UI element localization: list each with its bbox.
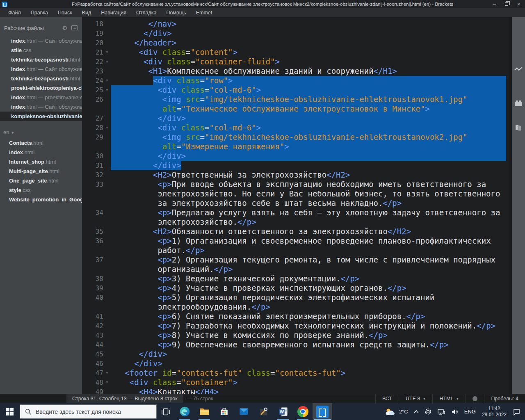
code-line[interactable]: 48▼ <div class="container"> <box>82 378 512 387</box>
taskbar-app-chrome[interactable] <box>293 403 313 420</box>
code-line[interactable]: 32 <H2>Ответственный за электрохозяйство… <box>82 170 512 180</box>
file-item[interactable]: Multi-page_site.html <box>0 167 82 176</box>
code-line[interactable]: 24▼ <div class="row"> <box>82 76 512 85</box>
volume-icon[interactable] <box>448 403 461 420</box>
menu-поиск[interactable]: Поиск <box>53 8 77 17</box>
code-line[interactable]: 27 </div> <box>82 114 512 123</box>
code-line[interactable]: 44 <p>9) Обеспечение своевременного испы… <box>82 340 512 349</box>
tray-app-icon[interactable] <box>422 403 434 420</box>
start-button[interactable] <box>0 403 20 420</box>
file-item[interactable]: proekt-ehlektrootopleniya-cha <box>0 83 82 93</box>
code-line[interactable]: 30 </div> <box>82 151 512 161</box>
split-view-icon[interactable]: ↔ <box>71 25 78 30</box>
fold-arrow-icon[interactable]: ▼ <box>103 368 111 378</box>
cursor-position-status[interactable]: Строка 31, Столбец 13 — Выделено 8 строк <box>66 394 183 403</box>
code-line[interactable]: alt="Техническое обслуживание электроуст… <box>82 104 512 114</box>
taskbar-app-word[interactable]: W <box>273 403 293 420</box>
file-item[interactable]: Contacts.html <box>0 138 82 148</box>
close-button[interactable]: × <box>513 0 525 8</box>
menu-отладка[interactable]: Отладка <box>131 8 161 17</box>
code-line[interactable]: 36 <p>1) Оргаганизация и своевременное п… <box>82 236 512 246</box>
language-indicator[interactable]: ENG <box>461 403 479 420</box>
file-item[interactable]: index.html — Сайт обслуживан <box>0 102 82 112</box>
code-line[interactable]: 31 </div> <box>82 161 512 170</box>
code-line[interactable]: за электрохозяйство себе в штат весьма н… <box>82 199 512 208</box>
file-item[interactable]: tekhnika-bezopasnosti.html — <box>0 74 82 83</box>
weather-widget[interactable]: -2°C <box>382 403 411 420</box>
taskbar-app-edge[interactable] <box>175 403 194 420</box>
code-line[interactable]: 38 <p>3) Ведение технической документаци… <box>82 274 512 283</box>
menu-навигация[interactable]: Навигация <box>96 8 131 17</box>
code-line[interactable]: 20 </header> <box>82 38 512 48</box>
file-item[interactable]: tekhnika-bezopasnosti.html — <box>0 55 82 64</box>
file-item[interactable]: index.html — Сайт обслуживан <box>0 36 82 46</box>
network-icon[interactable] <box>434 403 448 420</box>
taskbar-app-store[interactable] <box>214 403 234 420</box>
menu-вид[interactable]: Вид <box>77 8 96 17</box>
code-line[interactable]: 19 </div> <box>82 29 512 38</box>
code-line[interactable]: 23 <H1>Комплексное обслуживание зданий и… <box>82 66 512 76</box>
file-item[interactable]: kompleksnoe-obsluzhivanie-z <box>0 112 82 121</box>
code-line[interactable]: 39 <p>4) Участие в проверках инспектирую… <box>82 283 512 293</box>
file-item[interactable]: Internet_shop.html <box>0 157 82 167</box>
file-item[interactable]: index.html <box>0 148 82 157</box>
code-line[interactable]: 37 <p>2) Организация текущего ремонта, в… <box>82 255 512 265</box>
code-line[interactable]: 29 <img src="img/tekhnicheskoe-obsluzhiv… <box>82 132 512 142</box>
action-center-icon[interactable] <box>510 403 523 420</box>
restore-button[interactable] <box>500 0 513 8</box>
taskbar-app-tools[interactable] <box>253 403 273 420</box>
gear-icon[interactable]: ⚙ <box>62 25 67 31</box>
minimize-button[interactable]: – <box>488 0 500 8</box>
code-line[interactable]: 45 </div> <box>82 349 512 359</box>
code-line[interactable]: 28▼ <div class="col-md-6"> <box>82 123 512 132</box>
code-line[interactable]: 22▼ <div class="container-fluid"> <box>82 57 512 66</box>
file-item[interactable]: index.html — Сайт обслуживан <box>0 64 82 74</box>
code-line[interactable]: 49 <H4>Контакты</H4> <box>82 387 512 394</box>
fold-arrow-icon[interactable]: ▼ <box>103 48 111 57</box>
code-line[interactable]: 34 <p>Предлагаю услугу взять на себя — э… <box>82 208 512 217</box>
code-line[interactable]: 35 <H2>Обязанности ответственного за эле… <box>82 227 512 236</box>
tray-expand-chevron[interactable] <box>411 403 422 420</box>
editor-scrollbar[interactable] <box>509 17 512 394</box>
language-selector[interactable]: HTML▼ <box>432 394 466 403</box>
code-editor[interactable]: 18 </nav>19 </div>20 </header>21▼ <div c… <box>82 17 512 394</box>
code-line[interactable]: 33 <p>При вводе объекта в эксплуатацию н… <box>82 180 512 189</box>
menu-emmet[interactable]: Emmet <box>191 8 217 17</box>
indentation-status[interactable]: Пробелы: 4 <box>484 394 525 403</box>
clock[interactable]: 11:42 29.01.2022 <box>479 406 510 418</box>
project-dropdown[interactable]: en▼ <box>0 128 82 137</box>
fold-arrow-icon[interactable]: ▼ <box>103 76 111 85</box>
code-line[interactable]: 18 </nav> <box>82 19 512 29</box>
fold-arrow-icon[interactable]: ▼ <box>103 85 111 95</box>
file-item[interactable]: index.html — proektirovanie-elek <box>0 93 82 102</box>
code-line[interactable]: электрохозяйство.</p> <box>82 217 512 227</box>
code-line[interactable]: электрохозяйство. Но если у Вас небольшо… <box>82 189 512 199</box>
file-item[interactable]: One_page_site.html <box>0 176 82 185</box>
taskbar-search-input[interactable]: Введите здесь текст для поиска <box>20 404 157 419</box>
fold-arrow-icon[interactable]: ▼ <box>103 123 111 132</box>
menu-правка[interactable]: Правка <box>26 8 53 17</box>
extension-manager-icon[interactable] <box>512 98 525 108</box>
taskbar-app-brackets[interactable] <box>313 403 332 420</box>
lint-status-icon[interactable] <box>466 394 484 403</box>
code-line[interactable]: 25▼ <div class="col-md-6"> <box>82 85 512 95</box>
code-line[interactable]: 42 <p>7) Разработка необходимых технолог… <box>82 321 512 331</box>
file-item[interactable]: Website_promotion_in_Google.h <box>0 195 82 204</box>
taskbar-app-explorer[interactable] <box>194 403 214 420</box>
encoding-selector[interactable]: UTF-8▼ <box>399 394 432 403</box>
menu-помощь[interactable]: Помощь <box>161 8 191 17</box>
code-line[interactable]: 47▼ <footer id="contacts-fut" class="con… <box>82 368 512 378</box>
code-line[interactable]: 21▼ <div class="content"> <box>82 48 512 57</box>
code-line[interactable]: 41 <p>6) Снятие показаний электроизмерит… <box>82 312 512 321</box>
snippets-icon[interactable] <box>512 122 525 133</box>
insert-mode-status[interactable]: ВСТ <box>375 394 399 403</box>
code-line[interactable]: организаций.</p> <box>82 265 512 274</box>
code-line[interactable]: alt="Измерение напряжения"> <box>82 142 512 151</box>
fold-arrow-icon[interactable]: ▼ <box>103 378 111 387</box>
code-line[interactable]: 40 <p>5) Организация периодических элект… <box>82 293 512 302</box>
code-line[interactable]: электрооборудования.</p> <box>82 302 512 312</box>
code-line[interactable]: 26 <img src="img/tekhnicheskoe-obsluzhiv… <box>82 95 512 104</box>
menu-файл[interactable]: Файл <box>3 8 26 17</box>
file-item[interactable]: style.css <box>0 185 82 195</box>
task-view-button[interactable] <box>157 403 175 420</box>
